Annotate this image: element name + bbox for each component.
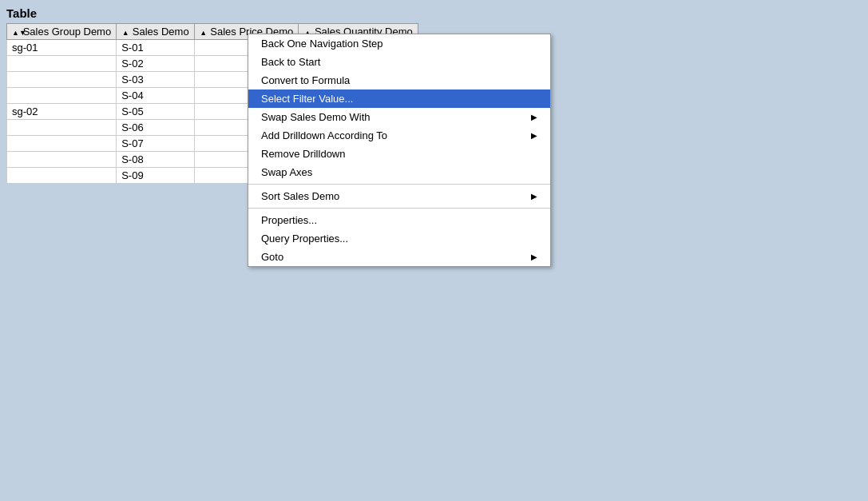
menu-item-back-one-nav[interactable]: Back One Navigation Step (248, 34, 550, 53)
menu-item-label: Goto (261, 251, 283, 263)
menu-item-convert-formula[interactable]: Convert to Formula (248, 71, 550, 89)
menu-item-select-filter[interactable]: Select Filter Value... (248, 89, 550, 108)
submenu-arrow-icon: ▶ (531, 113, 537, 121)
menu-item-label: Properties... (261, 214, 317, 226)
col-header-sales-group[interactable]: ▲▼ Sales Group Demo (7, 24, 117, 40)
menu-item-label: Convert to Formula (261, 74, 350, 86)
menu-item-label: Select Filter Value... (261, 93, 353, 105)
context-menu: Back One Navigation StepBack to StartCon… (248, 34, 551, 267)
table-title: Table (6, 6, 862, 20)
cell-sales-demo: S-02 (117, 56, 194, 72)
submenu-arrow-icon: ▶ (531, 192, 537, 201)
sort-icon-sales-demo: ▲ (121, 29, 129, 37)
sort-icon-sales-group: ▲▼ (12, 29, 20, 37)
menu-separator (248, 184, 550, 185)
cell-sales-group (7, 56, 117, 72)
menu-item-back-to-start[interactable]: Back to Start (248, 53, 550, 71)
menu-item-goto[interactable]: Goto▶ (248, 248, 550, 266)
cell-sales-demo: S-08 (117, 152, 194, 168)
cell-sales-group: sg-01 (7, 40, 117, 56)
menu-item-properties[interactable]: Properties... (248, 211, 550, 229)
sort-icon-sales-price: ▲ (200, 29, 208, 37)
menu-item-label: Back to Start (261, 56, 320, 68)
menu-item-query-properties[interactable]: Query Properties... (248, 229, 550, 248)
col-label-sales-demo: Sales Demo (133, 26, 189, 38)
menu-item-remove-drilldown[interactable]: Remove Drilldown (248, 145, 550, 163)
cell-sales-demo: S-01 (117, 40, 194, 56)
menu-item-swap-axes[interactable]: Swap Axes (248, 163, 550, 181)
col-label-sales-group: Sales Group Demo (23, 26, 112, 38)
cell-sales-group (7, 72, 117, 88)
menu-item-label: Add Drilldown According To (261, 129, 387, 141)
cell-sales-group: sg-02 (7, 104, 117, 120)
menu-separator (248, 208, 550, 209)
cell-sales-group (7, 152, 117, 168)
cell-sales-demo: S-03 (117, 72, 194, 88)
cell-sales-demo: S-07 (117, 136, 194, 152)
cell-sales-demo: S-05 (117, 104, 194, 120)
submenu-arrow-icon: ▶ (531, 131, 537, 140)
menu-item-label: Swap Sales Demo With (261, 111, 371, 123)
menu-item-add-drilldown[interactable]: Add Drilldown According To▶ (248, 126, 550, 145)
menu-item-label: Swap Axes (261, 166, 312, 178)
menu-item-label: Remove Drilldown (261, 148, 345, 160)
menu-item-sort-sales[interactable]: Sort Sales Demo▶ (248, 187, 550, 205)
cell-sales-group (7, 88, 117, 104)
cell-sales-demo: S-04 (117, 88, 194, 104)
cell-sales-group (7, 120, 117, 136)
cell-sales-demo: S-06 (117, 120, 194, 136)
menu-item-label: Back One Navigation Step (261, 38, 382, 50)
main-container: Table ▲▼ Sales Group Demo ▲ Sales Demo ▲… (0, 0, 868, 501)
menu-item-label: Sort Sales Demo (261, 190, 339, 202)
col-header-sales-demo[interactable]: ▲ Sales Demo (117, 24, 194, 40)
submenu-arrow-icon: ▶ (531, 252, 537, 261)
cell-sales-group (7, 136, 117, 152)
menu-item-swap-sales-demo[interactable]: Swap Sales Demo With▶ (248, 108, 550, 126)
menu-item-label: Query Properties... (261, 233, 348, 245)
cell-sales-group (7, 168, 117, 184)
cell-sales-demo: S-09 (117, 168, 194, 184)
